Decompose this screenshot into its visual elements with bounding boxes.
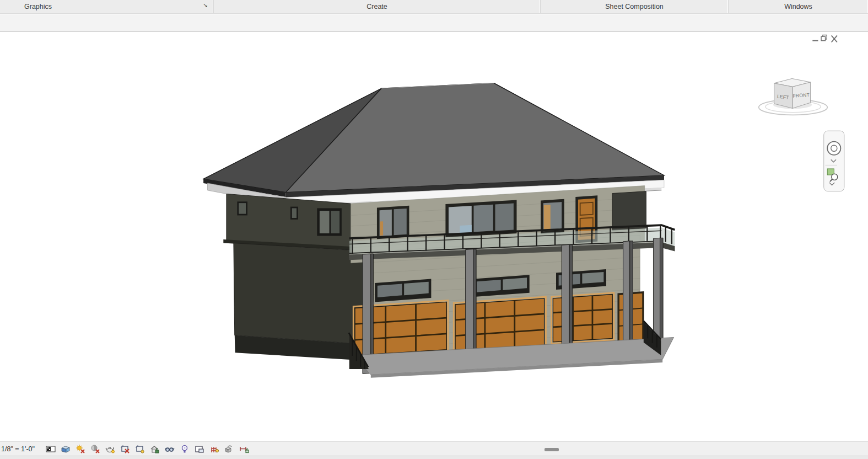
horizontal-scrollbar-thumb[interactable] [544, 448, 559, 451]
status-bar-strip [0, 456, 868, 459]
drawing-area[interactable]: LEFT FRONT [0, 31, 868, 441]
panel-create-label: Create [366, 3, 387, 10]
panel-sheet-composition[interactable]: Sheet Composition [541, 0, 729, 13]
restore-down-icon[interactable] [821, 35, 827, 41]
garage-door-3[interactable] [552, 293, 614, 344]
show-crop-region-icon[interactable] [135, 444, 145, 454]
sun-path-icon[interactable] [76, 444, 85, 454]
view-control-icons [46, 444, 249, 454]
panel-create[interactable]: Create [214, 0, 541, 13]
crop-view-icon[interactable] [120, 444, 130, 454]
model-left-wall[interactable] [223, 194, 370, 361]
side-window-small-2[interactable] [290, 207, 298, 220]
visual-style-icon[interactable] [61, 444, 71, 454]
panel-windows-label: Windows [784, 3, 812, 10]
panel-sheet-composition-label: Sheet Composition [605, 3, 664, 10]
temporary-hide-isolate-icon[interactable] [165, 444, 175, 454]
view-window-controls [812, 35, 837, 42]
panel-graphics[interactable]: Graphics ↘ [0, 0, 214, 13]
steering-wheel-icon[interactable] [827, 142, 840, 155]
shadows-icon[interactable] [90, 444, 100, 454]
save-orientation-lock-view-icon[interactable] [150, 444, 160, 454]
upper-dark-opening[interactable] [612, 191, 646, 231]
displacement-sets-icon[interactable] [224, 444, 234, 454]
panel-graphics-label: Graphics [24, 3, 52, 10]
side-window-double[interactable] [317, 208, 342, 236]
panel-launcher-icon[interactable]: ↘ [203, 2, 208, 9]
close-icon[interactable] [832, 35, 837, 42]
viewcube[interactable]: LEFT FRONT [759, 78, 827, 115]
ribbon-panel-titles: Graphics ↘ Create Sheet Composition Wind… [0, 0, 868, 14]
upper-window-1[interactable] [377, 206, 409, 239]
temporary-view-properties-icon[interactable] [195, 444, 204, 454]
rendering-dialog-icon[interactable] [105, 444, 115, 454]
model-3d-view[interactable]: LEFT FRONT [0, 31, 868, 441]
ribbon-body [0, 14, 868, 32]
reveal-hidden-elements-icon[interactable] [180, 444, 190, 454]
ribbon: Graphics ↘ Create Sheet Composition Wind… [0, 0, 868, 31]
panel-windows[interactable]: Windows [729, 0, 868, 13]
detail-level-icon[interactable] [46, 444, 56, 454]
model-roof[interactable] [203, 83, 664, 193]
analytical-model-icon[interactable] [209, 444, 219, 454]
side-window-small-1[interactable] [237, 201, 247, 215]
view-scale-button[interactable]: 1/8" = 1'-0" [0, 445, 38, 453]
revit-application-window: Graphics ↘ Create Sheet Composition Wind… [0, 0, 868, 459]
view-control-bar: 1/8" = 1'-0" [0, 441, 868, 456]
navigation-bar[interactable] [824, 131, 844, 191]
reveal-constraints-icon[interactable] [239, 444, 249, 454]
